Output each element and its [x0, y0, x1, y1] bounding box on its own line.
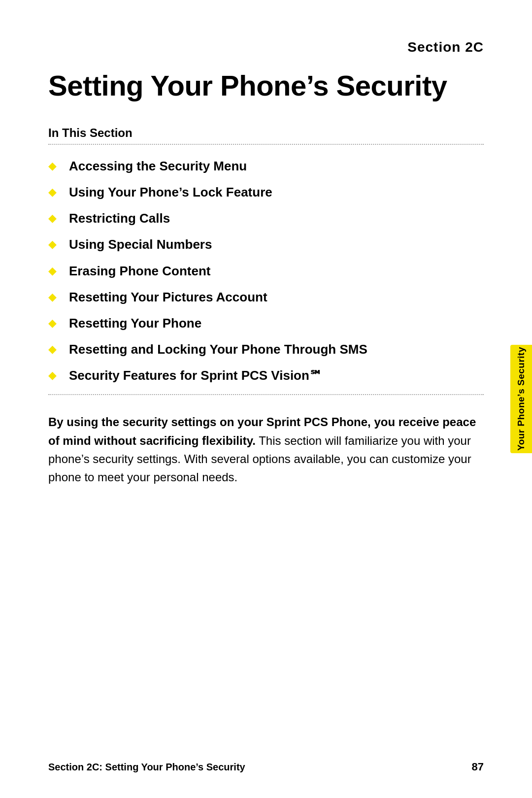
toc-item-text-2: Using Your Phone’s Lock Feature [69, 185, 272, 200]
list-item: ◆ Restricting Calls [48, 211, 484, 226]
top-divider [48, 144, 484, 145]
toc-item-text-6: Resetting Your Pictures Account [69, 290, 267, 305]
side-tab: Your Phone’s Security [510, 345, 532, 453]
bottom-divider [48, 394, 484, 395]
page-title: Setting Your Phone’s Security [48, 70, 484, 101]
toc-item-text-3: Restricting Calls [69, 211, 170, 226]
toc-item-text-5: Erasing Phone Content [69, 264, 210, 279]
in-this-section-heading: In This Section [48, 126, 484, 140]
toc-item-text-7: Resetting Your Phone [69, 316, 201, 331]
footer: Section 2C: Setting Your Phone’s Securit… [48, 761, 484, 773]
page-container: Section 2C Setting Your Phone’s Security… [0, 0, 532, 798]
toc-item-text-9: Security Features for Sprint PCS Vision℠ [69, 368, 323, 383]
list-item: ◆ Resetting Your Phone [48, 316, 484, 331]
diamond-icon-2: ◆ [48, 186, 60, 199]
section-label: Section 2C [48, 39, 484, 55]
toc-item-text-1: Accessing the Security Menu [69, 159, 247, 174]
list-item: ◆ Using Special Numbers [48, 237, 484, 252]
toc-list: ◆ Accessing the Security Menu ◆ Using Yo… [48, 159, 484, 384]
diamond-icon-8: ◆ [48, 343, 60, 356]
diamond-icon-1: ◆ [48, 160, 60, 172]
list-item: ◆ Using Your Phone’s Lock Feature [48, 185, 484, 200]
list-item: ◆ Erasing Phone Content [48, 264, 484, 279]
body-paragraph: By using the security settings on your S… [48, 413, 484, 486]
list-item: ◆ Accessing the Security Menu [48, 159, 484, 174]
list-item: ◆ Resetting and Locking Your Phone Throu… [48, 342, 484, 357]
diamond-icon-5: ◆ [48, 265, 60, 277]
footer-page-number: 87 [472, 761, 484, 773]
footer-left-text: Section 2C: Setting Your Phone’s Securit… [48, 762, 245, 773]
diamond-icon-4: ◆ [48, 238, 60, 251]
diamond-icon-6: ◆ [48, 291, 60, 303]
list-item: ◆ Security Features for Sprint PCS Visio… [48, 368, 484, 383]
toc-item-text-4: Using Special Numbers [69, 237, 212, 252]
diamond-icon-9: ◆ [48, 369, 60, 382]
diamond-icon-3: ◆ [48, 212, 60, 225]
list-item: ◆ Resetting Your Pictures Account [48, 290, 484, 305]
toc-item-text-8: Resetting and Locking Your Phone Through… [69, 342, 367, 357]
side-tab-text: Your Phone’s Security [516, 347, 527, 451]
diamond-icon-7: ◆ [48, 317, 60, 330]
